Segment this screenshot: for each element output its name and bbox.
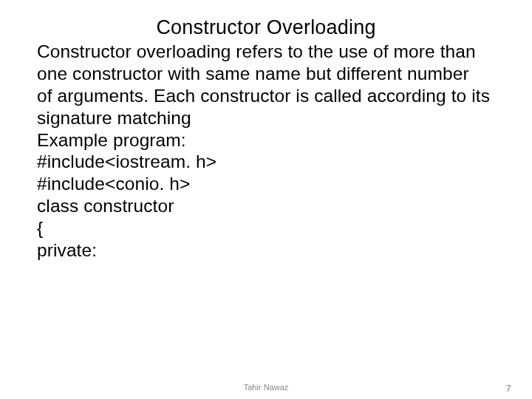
body-line: signature matching	[37, 107, 495, 129]
body-line: class constructor	[37, 195, 495, 217]
body-line: Example program:	[37, 129, 495, 151]
slide-container: Constructor Overloading Constructor over…	[0, 0, 532, 399]
footer-author: Tahir Nawaz	[244, 383, 289, 392]
body-line: private:	[37, 239, 495, 262]
body-line: {	[37, 217, 495, 239]
body-line: Constructor overloading refers to the us…	[37, 41, 495, 63]
slide-body: Constructor overloading refers to the us…	[37, 41, 495, 262]
footer-page-number: 7	[506, 383, 511, 394]
body-line: #include<iostream. h>	[37, 151, 495, 173]
body-line: of arguments. Each constructor is called…	[37, 85, 495, 107]
body-line: #include<conio. h>	[37, 173, 495, 195]
body-line: one constructor with same name but diffe…	[37, 63, 495, 85]
slide-title: Constructor Overloading	[37, 16, 495, 39]
